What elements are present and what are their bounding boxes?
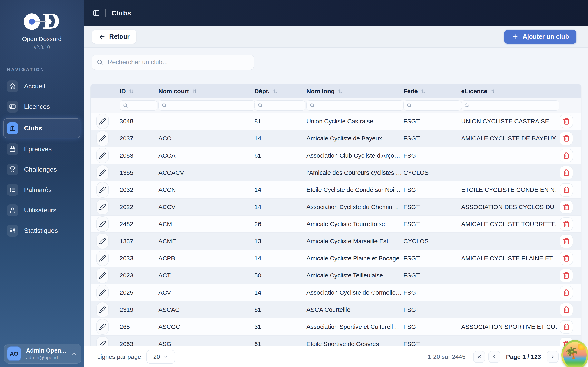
cell-dept: 50 (252, 272, 304, 279)
header-fede[interactable]: Fédé (401, 88, 459, 95)
cell-id: 1337 (118, 238, 156, 245)
rows-per-page-select[interactable]: 20 (146, 350, 175, 364)
trash-icon (563, 169, 570, 176)
delete-club-button[interactable] (560, 269, 573, 282)
cell-nom-court: ACC (156, 135, 252, 142)
next-page-button[interactable] (547, 351, 559, 363)
delete-club-button[interactable] (560, 217, 573, 231)
edit-club-button[interactable] (96, 302, 109, 317)
user-menu[interactable]: AO Admin Open... admin@opend... (4, 344, 81, 364)
nav-section-label: NAVIGATION (7, 67, 84, 72)
edit-club-button[interactable] (96, 336, 109, 347)
trash-icon (563, 186, 570, 193)
cell-id: 3048 (118, 118, 156, 125)
chevron-left-icon (492, 354, 497, 360)
plus-icon (512, 33, 519, 40)
edit-club-button[interactable] (96, 250, 109, 266)
edit-club-button[interactable] (96, 165, 109, 180)
edit-club-button[interactable] (96, 114, 109, 129)
edit-club-button[interactable] (96, 234, 109, 249)
calendar-icon (7, 143, 18, 155)
sidebar-item-challenges[interactable]: Challenges (3, 161, 80, 178)
filter-id-input[interactable] (130, 102, 155, 109)
island-sticker: 🌴 (562, 340, 588, 367)
delete-club-button[interactable] (560, 234, 573, 248)
chevron-up-icon (71, 351, 77, 357)
table-row: 2482 ACM 26 Amicale Cycliste Tourrettois… (91, 215, 581, 233)
cell-id: 2063 (118, 341, 156, 347)
cell-nom-court: ACM (156, 221, 252, 227)
edit-club-button[interactable] (96, 199, 109, 215)
trash-icon (563, 255, 570, 262)
table-row: 2037 ACC 14 Amicale Cycliste de Bayeux F… (91, 130, 581, 147)
delete-club-button[interactable] (560, 166, 573, 179)
edit-club-button[interactable] (96, 148, 109, 163)
cell-id: 2022 (118, 203, 156, 210)
delete-club-button[interactable] (560, 115, 573, 128)
header-nom-court[interactable]: Nom court (156, 88, 252, 95)
sidebar-toggle-icon[interactable] (91, 8, 102, 18)
cell-elicence: ASSOCIATION SPORTIVE ET CU… (459, 323, 557, 330)
search-icon (406, 103, 412, 108)
header-elicence[interactable]: eLicence (459, 88, 557, 95)
delete-club-button[interactable] (560, 132, 573, 145)
cell-dept: 31 (252, 323, 304, 330)
header-nom-long[interactable]: Nom long (304, 88, 401, 95)
delete-club-button[interactable] (560, 252, 573, 265)
sidebar-item-utilisateurs[interactable]: Utilisateurs (3, 201, 80, 219)
edit-club-button[interactable] (96, 319, 109, 334)
first-page-button[interactable] (473, 351, 485, 363)
add-club-button[interactable]: Ajouter un club (504, 30, 576, 44)
sidebar-item-palmares[interactable]: Palmarès (3, 181, 80, 199)
trash-icon (563, 272, 570, 279)
cell-nom-court: ACV (156, 289, 252, 296)
sidebar-item-epreuves[interactable]: Épreuves (3, 140, 80, 158)
cell-dept: 26 (252, 221, 304, 227)
pencil-icon (99, 203, 106, 210)
search-icon (464, 103, 470, 108)
edit-club-button[interactable] (96, 216, 109, 232)
open-dossard-logo-icon: D (23, 13, 61, 30)
cell-nom-court: ACCV (156, 203, 252, 210)
filter-dept-input[interactable] (265, 102, 303, 109)
pencil-icon (99, 135, 106, 142)
table-row: 2033 ACPB 14 Amicale Cycliste Plaine et … (91, 250, 581, 267)
filter-nom-long-input[interactable] (317, 102, 402, 109)
sidebar-item-clubs[interactable]: Clubs (3, 118, 80, 138)
delete-club-button[interactable] (560, 286, 573, 299)
cell-id: 2023 (118, 272, 156, 279)
header-dept[interactable]: Dépt. (252, 88, 304, 95)
search-icon (310, 103, 315, 108)
filter-fede-input[interactable] (414, 102, 459, 109)
search-input[interactable] (107, 58, 252, 66)
cell-elicence: AMICALE CYCLISTE PLAINE ET … (459, 255, 557, 262)
previous-page-button[interactable] (488, 351, 500, 363)
delete-club-button[interactable] (560, 183, 573, 197)
nav-list: Accueil Licences Clubs Épreuves Challeng… (0, 77, 84, 239)
cell-id: 265 (118, 323, 156, 330)
delete-club-button[interactable] (560, 320, 573, 334)
table-row: 2023 ACT 50 Amicale Cycliste Teilleulais… (91, 267, 581, 284)
chevron-down-icon (163, 354, 168, 359)
filter-nom-court-input[interactable] (169, 102, 253, 109)
app-window: D Open Dossard v2.3.10 NAVIGATION Accuei… (0, 0, 588, 367)
sidebar-item-accueil[interactable]: Accueil (3, 77, 80, 95)
cell-fede: FSGT (401, 152, 459, 159)
delete-club-button[interactable] (560, 200, 573, 214)
table-body: 3048 81 Union Cycliste Castraise FSGT UN… (91, 113, 581, 347)
edit-club-button[interactable] (96, 182, 109, 198)
edit-club-button[interactable] (96, 285, 109, 300)
edit-club-button[interactable] (96, 131, 109, 146)
sidebar-item-statistiques[interactable]: Statistiques (3, 222, 80, 239)
delete-club-button[interactable] (560, 303, 573, 317)
filter-elicence-input[interactable] (472, 102, 557, 109)
cell-id: 2032 (118, 186, 156, 193)
table-row: 265 ASCGC 31 Association Sportive et Cul… (91, 318, 581, 335)
search-icon (123, 103, 128, 108)
search-icon (258, 103, 263, 108)
edit-club-button[interactable] (96, 268, 109, 283)
sidebar-item-licences[interactable]: Licences (3, 98, 80, 115)
back-button[interactable]: Retour (92, 30, 136, 44)
delete-club-button[interactable] (560, 149, 573, 162)
header-id[interactable]: ID (118, 88, 156, 95)
